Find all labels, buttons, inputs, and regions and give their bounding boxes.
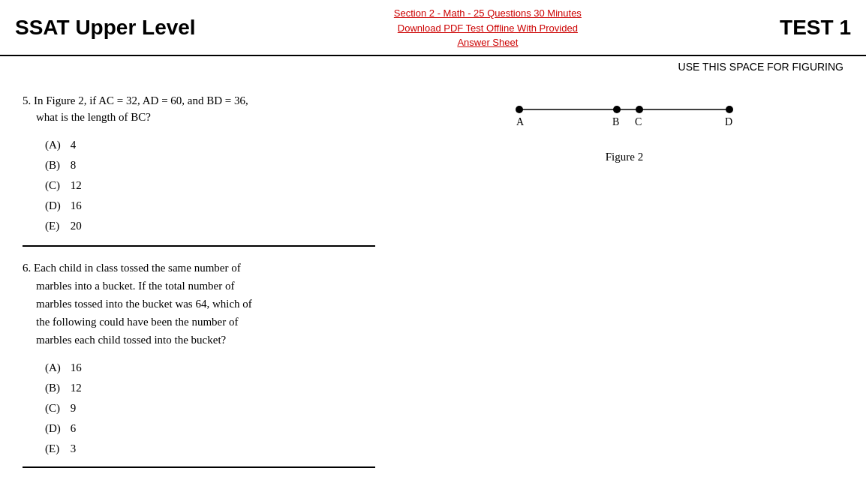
list-item: (E) 20 [45,216,375,236]
question-5-text: 5. In Figure 2, if AC = 32, AD = 60, and… [23,92,375,126]
list-item: (C) 12 [45,176,375,196]
test-label: TEST 1 [780,16,851,40]
svg-point-4 [726,106,733,113]
svg-point-1 [516,106,523,113]
question-5-choices: (A) 4 (B) 8 (C) 12 (D) 16 [23,135,375,236]
list-item: (B) 8 [45,155,375,176]
svg-text:A: A [516,116,525,128]
figure-column: A B C D Figure 2 [390,76,866,476]
svg-point-3 [636,106,643,113]
list-item: (A) 4 [45,135,375,155]
list-item: (D) 6 [45,418,375,439]
svg-text:C: C [635,116,642,128]
question-6-text: 6. Each child in class tossed the same n… [23,259,375,349]
questions-column: 5. In Figure 2, if AC = 32, AD = 60, and… [0,76,390,476]
figure-2-svg: A B C D [504,98,744,128]
content-area: 5. In Figure 2, if AC = 32, AD = 60, and… [0,76,866,476]
svg-text:B: B [612,116,619,128]
question-5-block: 5. In Figure 2, if AC = 32, AD = 60, and… [23,83,375,247]
figure-2-diagram: A B C D Figure 2 [504,98,744,164]
question-6-block: 6. Each child in class tossed the same n… [23,247,375,468]
section-link[interactable]: Section 2 - Math - 25 Questions 30 Minut… [211,6,765,50]
list-item: (C) 9 [45,398,375,418]
list-item: (E) 3 [45,439,375,459]
question-6-choices: (A) 16 (B) 12 (C) 9 (D) 6 [23,358,375,459]
page-container: SSAT Upper Level Section 2 - Math - 25 Q… [0,0,866,504]
list-item: (B) 12 [45,378,375,398]
header: SSAT Upper Level Section 2 - Math - 25 Q… [0,0,866,56]
figure-2-caption: Figure 2 [606,151,643,164]
figuring-label: USE THIS SPACE FOR FIGURING [0,56,866,76]
svg-point-2 [613,106,621,113]
header-center: Section 2 - Math - 25 Questions 30 Minut… [196,6,780,50]
page-title: SSAT Upper Level [15,16,196,40]
svg-text:D: D [725,116,732,128]
list-item: (A) 16 [45,358,375,378]
list-item: (D) 16 [45,196,375,216]
